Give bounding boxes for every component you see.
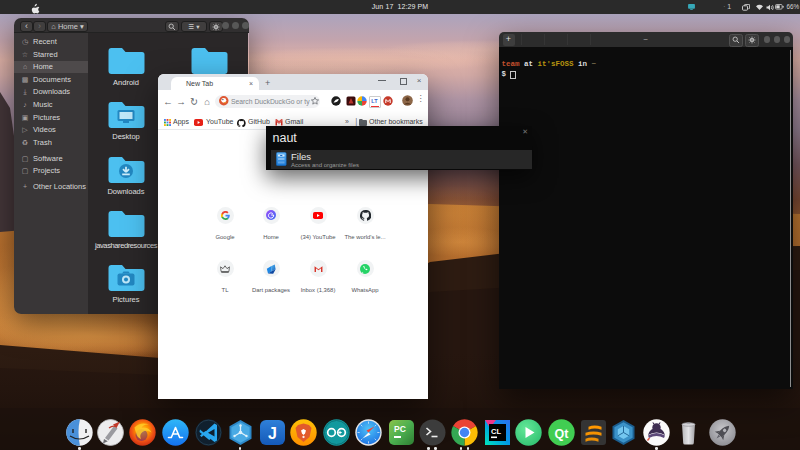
- svg-text:CL: CL: [491, 426, 501, 435]
- svg-text:Qt: Qt: [554, 426, 569, 440]
- svg-text:J: J: [268, 424, 277, 441]
- svg-text:PC: PC: [394, 424, 406, 434]
